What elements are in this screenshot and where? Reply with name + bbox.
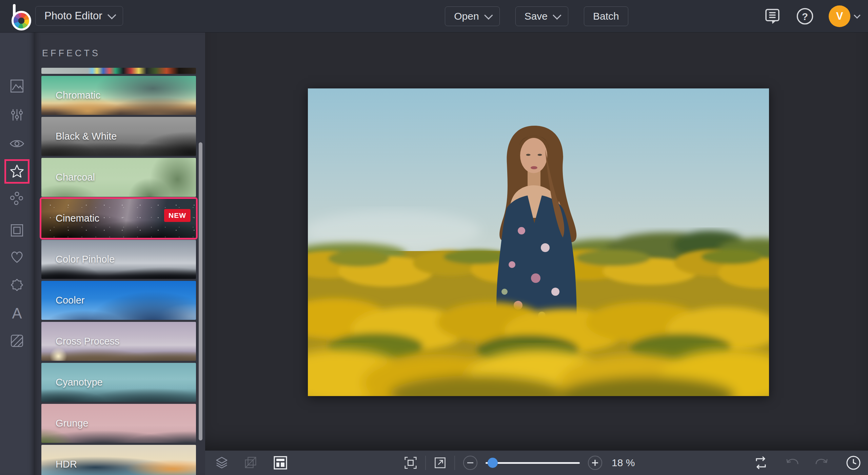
- save-button[interactable]: Save: [515, 6, 568, 26]
- sidebar-item-edit[interactable]: [0, 76, 34, 96]
- new-badge: NEW: [164, 209, 191, 222]
- panel-title: EFFECTS: [42, 48, 100, 59]
- plus-circle-icon: [587, 455, 603, 471]
- redo-icon: [815, 456, 829, 470]
- effects-panel: EFFECTS Chromatic Black & White Charcoal…: [34, 33, 205, 475]
- zoom-slider[interactable]: [486, 455, 580, 470]
- letter-a-icon: A: [9, 305, 25, 322]
- effect-label: Black & White: [56, 117, 117, 156]
- effect-item[interactable]: Cinematic NEW: [41, 199, 196, 238]
- help-icon[interactable]: ?: [796, 7, 814, 25]
- effect-item[interactable]: Grunge: [41, 404, 196, 443]
- texture-icon: [9, 333, 25, 349]
- sidebar-item-adjust[interactable]: [0, 105, 34, 125]
- effect-item[interactable]: Chromatic: [41, 76, 196, 115]
- sidebar-item-textures[interactable]: [0, 331, 34, 351]
- open-in-full-icon: [433, 456, 447, 470]
- chevron-down-icon: [484, 11, 493, 19]
- effect-item[interactable]: Color Pinhole: [41, 240, 196, 279]
- account-menu[interactable]: V: [829, 5, 859, 27]
- full-view-button[interactable]: [433, 456, 447, 470]
- minus-circle-icon: [462, 455, 478, 471]
- svg-text:?: ?: [802, 11, 808, 22]
- effect-item[interactable]: Cyanotype: [41, 363, 196, 402]
- fit-screen-icon: [403, 456, 418, 470]
- sidebar-item-frames[interactable]: [0, 220, 34, 241]
- transform-button[interactable]: [244, 456, 258, 470]
- effect-item[interactable]: HDR: [41, 445, 196, 475]
- eye-icon: [9, 136, 25, 152]
- sliders-icon: [9, 107, 25, 123]
- history-clock-icon: [846, 455, 861, 471]
- batch-button[interactable]: Batch: [584, 6, 628, 26]
- zoom-in-button[interactable]: [587, 455, 603, 471]
- sidebar-item-graphics[interactable]: [0, 275, 34, 295]
- sidebar-item-overlays[interactable]: [0, 247, 34, 267]
- avatar: V: [829, 5, 850, 27]
- template-icon: [273, 455, 288, 470]
- zoom-slider-thumb[interactable]: [488, 458, 498, 468]
- undo-button[interactable]: [785, 456, 799, 470]
- photo-editor-app: Photo Editor Open Save Batch: [0, 0, 868, 475]
- effect-item[interactable]: Black & White: [41, 117, 196, 156]
- chevron-down-icon: [107, 11, 116, 19]
- effect-label: Color Pinhole: [56, 240, 115, 279]
- effect-label: Grunge: [56, 404, 88, 443]
- topbar: Photo Editor Open Save Batch: [0, 0, 868, 33]
- divider: [425, 456, 426, 470]
- compare-icon: [753, 455, 768, 470]
- bottom-toolbar: 18 %: [205, 451, 868, 475]
- history-controls: [753, 451, 861, 475]
- effect-label: Charcoal: [56, 158, 95, 197]
- effect-label: Cinematic: [56, 199, 99, 238]
- open-button[interactable]: Open: [445, 6, 499, 26]
- panel-scrollbar[interactable]: [199, 142, 202, 440]
- transform-icon: [244, 456, 258, 470]
- effect-thumbnail: [41, 68, 196, 74]
- zoom-percentage: 18 %: [612, 457, 639, 469]
- star-icon: [9, 163, 25, 180]
- effect-label: Cooler: [56, 281, 84, 320]
- toolbar-left-group: [215, 451, 288, 475]
- feedback-chat-icon[interactable]: [764, 7, 781, 25]
- photo-illustration: [308, 88, 769, 396]
- effect-label: Cyanotype: [56, 363, 103, 402]
- heart-icon: [9, 249, 25, 265]
- sidebar-item-effects[interactable]: [4, 159, 29, 184]
- zoom-slider-track[interactable]: [486, 462, 580, 464]
- sidebar-item-text[interactable]: A: [0, 303, 34, 324]
- effect-item[interactable]: [41, 68, 196, 74]
- zoom-out-button[interactable]: [462, 455, 478, 471]
- zoom-controls: 18 %: [403, 451, 639, 475]
- image-icon: [9, 78, 25, 94]
- canvas-area[interactable]: [205, 33, 868, 451]
- effect-label: Chromatic: [56, 76, 100, 115]
- undo-icon: [785, 456, 799, 470]
- frame-icon: [9, 223, 25, 238]
- fit-to-screen-button[interactable]: [403, 456, 418, 470]
- effect-item[interactable]: Cross Process: [41, 322, 196, 361]
- effect-label: Cross Process: [56, 322, 120, 361]
- compare-button[interactable]: [753, 455, 768, 470]
- chevron-down-icon: [553, 11, 561, 19]
- topbar-right: ? V: [764, 0, 859, 33]
- mode-selector-button[interactable]: Photo Editor: [35, 6, 123, 26]
- app-title: Photo Editor: [44, 10, 102, 22]
- layers-icon: [215, 456, 229, 470]
- befunky-logo-icon[interactable]: [5, 3, 32, 30]
- layers-button[interactable]: [215, 456, 229, 470]
- divider: [454, 456, 455, 470]
- redo-button[interactable]: [815, 456, 829, 470]
- photo-image[interactable]: [308, 88, 769, 396]
- history-button[interactable]: [846, 455, 861, 471]
- effect-item[interactable]: Charcoal: [41, 158, 196, 197]
- effect-label: HDR: [56, 445, 77, 475]
- sticker-icon: [9, 277, 25, 293]
- effect-item[interactable]: Cooler: [41, 281, 196, 320]
- sidebar-item-touch-up[interactable]: [0, 133, 34, 154]
- tool-sidebar: A: [0, 33, 34, 475]
- dots-icon: [9, 191, 25, 206]
- effect-list: Chromatic Black & White Charcoal Cinemat…: [41, 68, 196, 475]
- template-button[interactable]: [273, 455, 288, 470]
- sidebar-item-artsy[interactable]: [0, 188, 34, 209]
